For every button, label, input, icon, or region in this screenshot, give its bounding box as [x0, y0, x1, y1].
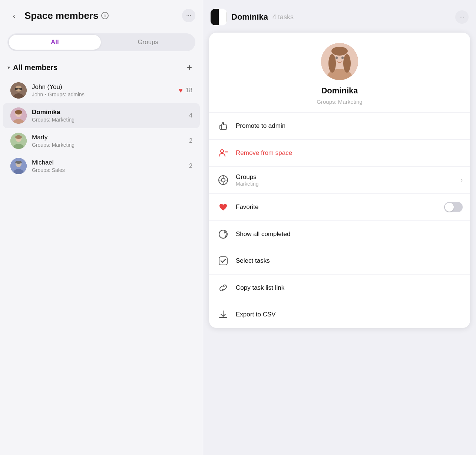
profile-avatar-large: [321, 43, 358, 80]
section-header: ▾ All members +: [0, 59, 203, 78]
export-csv-icon: [216, 308, 230, 321]
member-sub-michael: Groups: Sales: [32, 167, 180, 173]
export-csv-label: Export to CSV: [236, 311, 463, 318]
member-info-dominika: Dominika Groups: Marketing: [32, 109, 180, 123]
promote-admin-label: Promote to admin: [236, 122, 463, 130]
groups-chevron-icon: ›: [461, 177, 463, 183]
remove-from-space-item[interactable]: Remove from space: [209, 140, 470, 166]
groups-item[interactable]: Groups Marketing ›: [209, 167, 470, 193]
more-options-button[interactable]: ···: [182, 9, 195, 22]
dominika-large-avatar: [321, 43, 358, 80]
copy-link-item[interactable]: Copy task list link: [209, 275, 470, 301]
john-avatar-image: [10, 82, 27, 99]
export-csv-item[interactable]: Export to CSV: [209, 301, 470, 328]
thumbs-up-icon: [216, 119, 230, 133]
right-header-name: Dominika: [231, 12, 268, 22]
section-title: All members: [13, 63, 181, 72]
tab-all[interactable]: All: [9, 35, 101, 50]
select-tasks-label: Select tasks: [236, 257, 463, 265]
svg-rect-4: [19, 88, 22, 90]
member-meta-john: ♥ 18: [179, 87, 192, 94]
member-name-marty: Marty: [32, 134, 180, 141]
task-count-marty: 2: [185, 137, 192, 144]
select-tasks-item[interactable]: Select tasks: [209, 248, 470, 274]
member-name-john: John (You): [32, 83, 173, 91]
user-icon-split: [211, 9, 227, 25]
member-info-john: John (You) John • Groups: admins: [32, 83, 173, 97]
show-completed-icon: [216, 228, 230, 241]
task-count-john: 18: [185, 87, 192, 94]
member-name-michael: Michael: [32, 159, 180, 166]
member-name-dominika: Dominika: [32, 109, 180, 116]
avatar-marty: [10, 133, 27, 149]
split-left-icon: [211, 9, 219, 25]
groups-label-wrap: Groups Marketing: [236, 173, 455, 187]
task-count-michael: 2: [185, 163, 192, 169]
avatar-john: [10, 82, 27, 99]
member-item-marty[interactable]: Marty Groups: Marketing 2: [3, 128, 200, 153]
svg-rect-3: [15, 88, 18, 90]
collapse-triangle-icon[interactable]: ▾: [7, 64, 10, 70]
favorite-item[interactable]: Favorite: [209, 194, 470, 220]
popup-card: Dominika Groups: Marketing Promote to ad…: [209, 33, 470, 328]
svg-point-25: [341, 57, 344, 59]
show-completed-item[interactable]: Show all completed: [209, 221, 470, 248]
copy-link-label: Copy task list link: [236, 284, 463, 292]
toggle-knob: [445, 203, 454, 212]
member-info-michael: Michael Groups: Sales: [32, 159, 180, 173]
profile-name: Dominika: [321, 86, 358, 96]
michael-avatar-image: [10, 158, 27, 174]
members-list: John (You) John • Groups: admins ♥ 18 Do…: [0, 78, 203, 179]
svg-point-23: [343, 54, 351, 73]
back-button[interactable]: ‹: [7, 9, 21, 22]
groups-sub-label: Marketing: [236, 181, 455, 187]
member-meta-dominika: 4: [185, 112, 192, 119]
remove-from-space-label: Remove from space: [236, 149, 463, 157]
svg-point-24: [335, 57, 338, 59]
svg-point-13: [15, 135, 22, 139]
svg-point-29: [221, 178, 225, 182]
right-header: Dominika 4 tasks ···: [203, 0, 476, 33]
svg-point-17: [15, 161, 22, 164]
right-header-tasks: 4 tasks: [272, 13, 294, 21]
right-more-options-button[interactable]: ···: [455, 10, 469, 24]
tab-groups[interactable]: Groups: [102, 35, 194, 50]
svg-rect-35: [219, 257, 227, 265]
groups-label: Groups: [236, 173, 455, 181]
avatar-dominika: [10, 107, 27, 124]
remove-user-icon: [216, 146, 230, 160]
header-title-wrap: Space members ℹ: [24, 10, 178, 21]
favorite-heart-icon: [216, 200, 230, 214]
favorite-heart-icon: ♥: [179, 87, 183, 94]
marty-avatar-image: [10, 133, 27, 149]
svg-point-26: [221, 150, 224, 153]
tab-switcher: All Groups: [7, 33, 195, 51]
split-right-icon: [219, 9, 227, 25]
avatar-michael: [10, 158, 27, 174]
member-item-michael[interactable]: Michael Groups: Sales 2: [3, 153, 200, 179]
svg-point-21: [331, 47, 348, 56]
left-header: ‹ Space members ℹ ···: [0, 0, 203, 30]
add-member-button[interactable]: +: [184, 62, 195, 73]
profile-sub: Groups: Marketing: [317, 99, 362, 105]
svg-point-22: [328, 54, 336, 73]
task-count-dominika: 4: [185, 112, 192, 119]
popup-profile: Dominika Groups: Marketing: [209, 33, 470, 112]
member-item-dominika[interactable]: Dominika Groups: Marketing 4: [3, 103, 200, 128]
copy-link-icon: [216, 281, 230, 295]
left-panel: ‹ Space members ℹ ··· All Groups ▾ All m…: [0, 0, 203, 455]
groups-icon: [216, 173, 230, 187]
info-icon[interactable]: ℹ: [101, 12, 109, 19]
member-sub-marty: Groups: Marketing: [32, 142, 180, 148]
member-sub-dominika: Groups: Marketing: [32, 117, 180, 123]
favorite-label: Favorite: [236, 203, 438, 211]
dominika-avatar-image: [10, 107, 27, 124]
page-title: Space members: [24, 10, 98, 21]
promote-admin-item[interactable]: Promote to admin: [209, 113, 470, 139]
member-sub-john: John • Groups: admins: [32, 92, 173, 97]
member-info-marty: Marty Groups: Marketing: [32, 134, 180, 148]
right-panel: Dominika 4 tasks ···: [203, 0, 476, 455]
favorite-toggle[interactable]: [444, 202, 463, 212]
member-item-john[interactable]: John (You) John • Groups: admins ♥ 18: [3, 78, 200, 103]
show-completed-label: Show all completed: [236, 230, 463, 238]
